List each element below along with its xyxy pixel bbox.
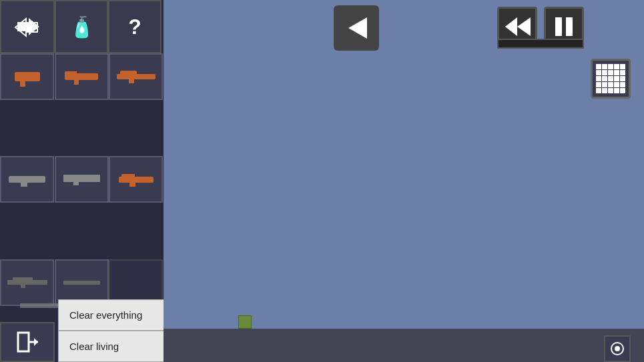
exit-button[interactable] — [0, 322, 55, 362]
weapon-cell-mg[interactable] — [0, 156, 54, 203]
weapon-cell-shotgun[interactable] — [55, 156, 109, 203]
weapon-cell-smg[interactable] — [55, 53, 109, 100]
progress-bar — [497, 39, 584, 49]
sniper-icon — [7, 280, 47, 285]
weapon-cell-ar[interactable] — [109, 156, 163, 203]
grid-toggle-button[interactable] — [591, 59, 631, 99]
svg-marker-6 — [505, 17, 517, 36]
bottom-right-button[interactable] — [604, 335, 631, 362]
svg-rect-2 — [18, 333, 29, 351]
shotgun-icon — [63, 177, 100, 182]
svg-rect-9 — [566, 17, 573, 36]
clear-living-button[interactable]: Clear living — [58, 331, 165, 362]
svg-marker-0 — [17, 18, 39, 35]
svg-point-10 — [615, 346, 620, 351]
back-button[interactable] — [334, 5, 379, 51]
sniper2-icon — [63, 281, 100, 285]
svg-rect-8 — [555, 17, 562, 36]
grid-icon — [596, 64, 625, 93]
pistol-icon — [15, 72, 40, 81]
game-area — [164, 0, 644, 362]
svg-marker-4 — [34, 338, 38, 346]
player-object — [238, 315, 252, 329]
help-button[interactable]: ? — [108, 0, 162, 53]
sidebar: 🧴 ? — [0, 0, 164, 362]
clear-everything-button[interactable]: Clear everything — [58, 299, 165, 331]
swap-button[interactable] — [0, 0, 55, 53]
ground — [164, 329, 644, 362]
top-toolbar: 🧴 ? — [0, 0, 164, 53]
smg-icon — [65, 73, 98, 80]
svg-marker-7 — [517, 17, 531, 36]
mg-icon — [9, 176, 45, 183]
weapon-cell-rifle[interactable] — [109, 53, 163, 100]
potion-button[interactable]: 🧴 — [55, 0, 108, 53]
ar-icon — [119, 177, 153, 183]
context-menu: Clear everything Clear living — [58, 299, 165, 362]
rifle-icon — [117, 74, 155, 79]
weapon-cell-pistol[interactable] — [0, 53, 54, 100]
svg-marker-5 — [348, 17, 367, 39]
